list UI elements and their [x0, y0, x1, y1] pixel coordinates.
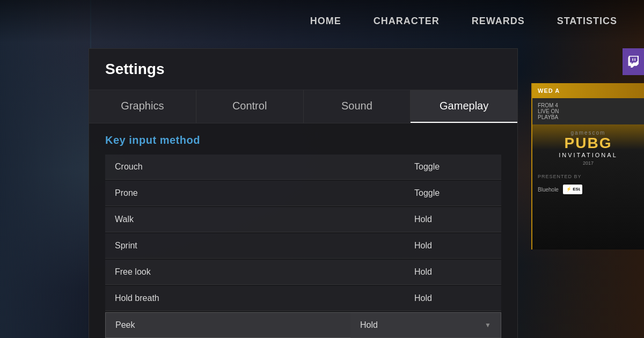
- svg-rect-0: [632, 58, 633, 61]
- tab-graphics[interactable]: Graphics: [89, 90, 196, 123]
- arch-left: [0, 0, 91, 338]
- promo-play: PLAYBA: [538, 114, 639, 120]
- row-freelook-value[interactable]: Hold: [405, 260, 501, 284]
- presented-by: PRESENTED BY: [532, 171, 644, 182]
- twitch-icon[interactable]: [623, 48, 644, 75]
- row-crouch: Crouch Toggle: [105, 155, 501, 180]
- esl-badge: ⚡ ESL: [563, 185, 582, 194]
- nav-statistics[interactable]: STATISTICS: [541, 10, 633, 33]
- row-walk: Walk Hold: [105, 207, 501, 232]
- invitational-text: INVITATIONAL: [538, 152, 639, 158]
- tab-control[interactable]: Control: [196, 90, 304, 123]
- promo-header: WED A: [532, 83, 644, 98]
- svg-text:⚡ ESL: ⚡ ESL: [566, 186, 580, 192]
- top-nav: HOME CHARACTER REWARDS STATISTICS: [0, 0, 644, 43]
- pubg-text: PUBG: [538, 136, 639, 151]
- settings-content: Key input method Crouch Toggle Prone Tog…: [89, 123, 517, 338]
- section-title: Key input method: [105, 134, 501, 146]
- nav-home[interactable]: HOME: [294, 10, 357, 33]
- promo-logos: Bluehole ⚡ ESL: [532, 182, 644, 197]
- row-walk-value[interactable]: Hold: [405, 207, 501, 232]
- row-holdbreath-label: Hold breath: [105, 286, 405, 311]
- row-sprint-label: Sprint: [105, 233, 405, 258]
- row-holdbreath-value[interactable]: Hold: [405, 286, 501, 311]
- chevron-down-icon: ▼: [485, 321, 491, 329]
- row-crouch-value[interactable]: Toggle: [405, 155, 501, 179]
- settings-tabs: Graphics Control Sound Gameplay: [89, 90, 517, 123]
- row-freelook: Free look Hold: [105, 260, 501, 285]
- promo-year: 2017: [538, 160, 639, 166]
- settings-title: Settings: [89, 49, 517, 90]
- tab-gameplay[interactable]: Gameplay: [411, 90, 517, 123]
- promo-live: LIVE ON: [538, 108, 639, 114]
- nav-character[interactable]: CHARACTER: [357, 10, 456, 33]
- row-sprint: Sprint Hold: [105, 233, 501, 259]
- row-prone-value[interactable]: Toggle: [405, 181, 501, 205]
- promo-logo: gamescom PUBG INVITATIONAL 2017: [532, 124, 644, 171]
- row-crouch-label: Crouch: [105, 155, 405, 179]
- peek-dropdown[interactable]: Hold ▼ Toggle Hold: [350, 313, 501, 337]
- row-sprint-value[interactable]: Hold: [405, 233, 501, 258]
- nav-rewards[interactable]: REWARDS: [456, 10, 541, 33]
- row-peek-label: Peek: [106, 313, 350, 337]
- row-peek: Peek Hold ▼ Toggle Hold: [105, 312, 501, 338]
- row-prone-label: Prone: [105, 181, 405, 205]
- row-holdbreath: Hold breath Hold: [105, 286, 501, 311]
- row-freelook-label: Free look: [105, 260, 405, 284]
- settings-panel: Settings Graphics Control Sound Gameplay…: [89, 48, 518, 338]
- peek-current: Hold: [360, 320, 378, 330]
- promo-from: FROM 4: [538, 102, 639, 108]
- tab-sound[interactable]: Sound: [304, 90, 411, 123]
- peek-value[interactable]: Hold ▼: [350, 313, 501, 337]
- sponsor-bluehole: Bluehole: [538, 187, 559, 193]
- row-walk-label: Walk: [105, 207, 405, 232]
- row-prone: Prone Toggle: [105, 181, 501, 206]
- svg-rect-1: [634, 58, 635, 61]
- promo-panel: WED A FROM 4 LIVE ON PLAYBA gamescom PUB…: [531, 83, 644, 249]
